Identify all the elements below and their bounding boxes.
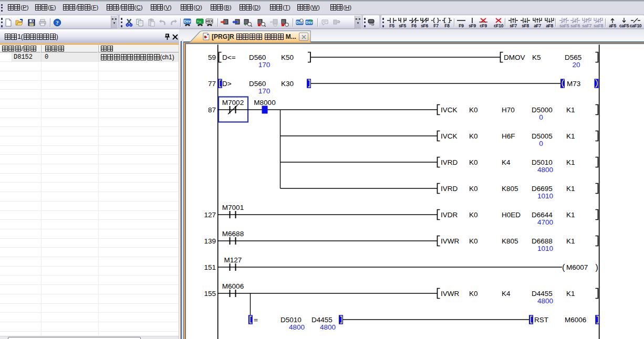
svg-text:D<=: D<=	[222, 54, 236, 61]
svg-text:Dev: Dev	[184, 19, 191, 23]
svg-text:M6688: M6688	[222, 230, 244, 238]
svg-text:D6695: D6695	[532, 185, 553, 193]
svg-text:H6F: H6F	[502, 132, 515, 140]
svg-text:K805: K805	[502, 237, 518, 245]
svg-text:M6006: M6006	[565, 316, 586, 324]
svg-text:0: 0	[539, 113, 543, 121]
svg-text:1010: 1010	[537, 192, 553, 200]
svg-text:H70: H70	[502, 106, 515, 114]
svg-text:87: 87	[208, 106, 216, 114]
svg-text:D5010: D5010	[532, 158, 553, 166]
svg-text:): )	[596, 263, 598, 272]
svg-text:D4455: D4455	[532, 290, 553, 298]
svg-text:M127: M127	[224, 256, 242, 264]
svg-text:K0: K0	[469, 211, 478, 219]
svg-text:4800: 4800	[537, 166, 553, 174]
svg-text:77: 77	[208, 80, 216, 88]
svg-text:K0: K0	[469, 106, 478, 114]
svg-text:H0ED: H0ED	[502, 211, 521, 219]
svg-text:IVWR: IVWR	[441, 237, 459, 245]
svg-text:20: 20	[572, 61, 580, 69]
svg-text:0: 0	[539, 140, 543, 147]
svg-text:170: 170	[258, 61, 271, 69]
svg-text:K4: K4	[502, 158, 511, 166]
svg-text:4800: 4800	[537, 297, 553, 305]
svg-text:K0: K0	[469, 185, 478, 193]
svg-text:=: =	[254, 316, 258, 324]
svg-text:K50: K50	[281, 54, 294, 61]
svg-text:M7002: M7002	[222, 99, 244, 107]
svg-text:M8000: M8000	[254, 99, 275, 107]
svg-text:D>: D>	[222, 80, 232, 88]
svg-text:K1: K1	[566, 158, 575, 166]
svg-text:M7001: M7001	[222, 204, 244, 211]
svg-text:K1: K1	[566, 106, 575, 114]
svg-text:151: 151	[204, 263, 216, 271]
svg-text:IVWR: IVWR	[441, 290, 459, 298]
svg-text:IVRD: IVRD	[441, 185, 458, 193]
svg-text:155: 155	[204, 290, 216, 298]
svg-text:K1: K1	[566, 132, 575, 140]
svg-text:1010: 1010	[537, 245, 553, 252]
svg-text:D6688: D6688	[532, 237, 553, 245]
svg-text:D565: D565	[565, 54, 581, 61]
svg-text:M6006: M6006	[222, 282, 244, 290]
svg-text:K30: K30	[281, 80, 294, 88]
svg-text:M6007: M6007	[566, 263, 588, 271]
svg-text:K0: K0	[469, 237, 478, 245]
svg-text:DMOV: DMOV	[504, 54, 525, 61]
svg-text:D5005: D5005	[532, 132, 553, 140]
svg-text:IVDR: IVDR	[441, 211, 458, 219]
svg-text:HEX: HEX	[206, 19, 213, 23]
svg-text:RST: RST	[534, 316, 548, 324]
svg-text:IVCK: IVCK	[441, 106, 458, 114]
svg-text:4800: 4800	[320, 323, 336, 331]
svg-text:M73: M73	[567, 80, 580, 88]
svg-text:170: 170	[258, 87, 271, 95]
svg-text:IVCK: IVCK	[441, 132, 458, 140]
svg-text:127: 127	[204, 211, 216, 219]
svg-text:D5000: D5000	[532, 106, 553, 114]
svg-text:K0: K0	[469, 290, 478, 298]
svg-text:K1: K1	[566, 211, 575, 219]
svg-text:K0: K0	[469, 132, 478, 140]
svg-text:(: (	[562, 263, 565, 272]
svg-text:D560: D560	[249, 54, 266, 61]
svg-text:4800: 4800	[289, 323, 305, 331]
svg-text:K4: K4	[502, 290, 511, 298]
svg-text:4700: 4700	[537, 218, 553, 226]
svg-text:IVRD: IVRD	[441, 158, 458, 166]
svg-text:139: 139	[204, 237, 216, 245]
svg-text:K5: K5	[532, 54, 541, 61]
svg-text:D6644: D6644	[532, 211, 553, 219]
svg-text:K1: K1	[566, 237, 575, 245]
svg-text:D5010: D5010	[281, 316, 302, 324]
svg-text:K0: K0	[469, 158, 478, 166]
svg-text:D4455: D4455	[311, 316, 333, 324]
svg-text:K1: K1	[566, 185, 575, 193]
svg-text:?: ?	[56, 19, 59, 26]
svg-text:K1: K1	[566, 290, 575, 298]
svg-text:D560: D560	[249, 80, 266, 88]
svg-text:K805: K805	[502, 185, 518, 193]
svg-text:59: 59	[208, 54, 216, 61]
